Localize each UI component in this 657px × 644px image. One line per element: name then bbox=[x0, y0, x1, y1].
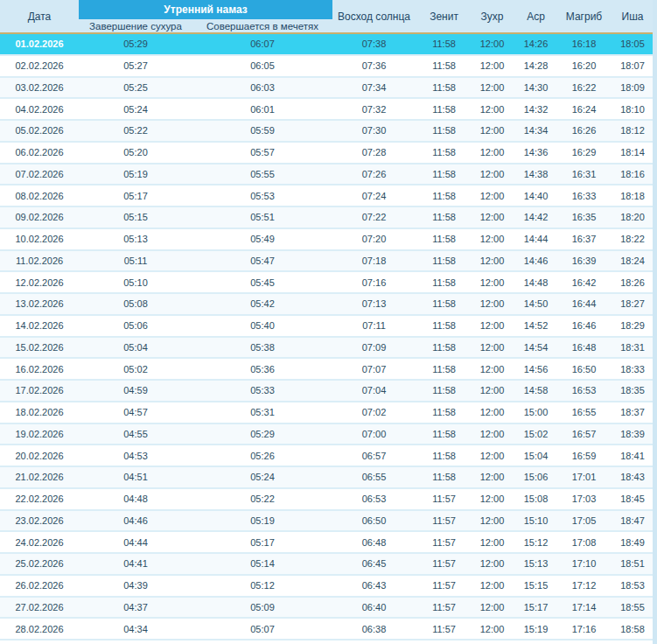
cell-zuhr: 12:00 bbox=[472, 444, 512, 466]
right-edge-strip bbox=[653, 0, 657, 644]
cell-zuhr: 12:00 bbox=[472, 510, 512, 532]
cell-isha: 18:16 bbox=[608, 164, 657, 186]
cell-sunrise: 07:24 bbox=[332, 185, 416, 206]
cell-asr: 14:36 bbox=[512, 142, 560, 164]
cell-asr: 14:42 bbox=[512, 206, 560, 228]
cell-maghrib: 17:10 bbox=[560, 553, 608, 575]
cell-sunrise: 07:16 bbox=[332, 271, 416, 293]
table-row[interactable]: 21.02.2026 04:51 05:24 06:55 11:58 12:00… bbox=[0, 466, 657, 488]
table-row[interactable]: 03.02.2026 05:25 06:03 07:34 11:58 12:00… bbox=[0, 77, 657, 99]
table-row[interactable]: 13.02.2026 05:08 05:42 07:13 11:58 12:00… bbox=[0, 293, 657, 315]
cell-maghrib: 16:20 bbox=[560, 55, 608, 77]
table-row[interactable]: 27.02.2026 04:37 05:09 06:40 11:57 12:00… bbox=[0, 597, 657, 619]
table-row[interactable]: 22.02.2026 04:48 05:22 06:53 11:57 12:00… bbox=[0, 488, 657, 510]
table-row[interactable]: 08.02.2026 05:17 05:53 07:24 11:58 12:00… bbox=[0, 185, 657, 206]
table-row[interactable]: 17.02.2026 04:59 05:33 07:04 11:58 12:00… bbox=[0, 380, 657, 402]
cell-zenith: 11:57 bbox=[416, 531, 472, 553]
cell-sunrise: 06:50 bbox=[332, 510, 416, 532]
cell-suhoor-end: 05:08 bbox=[79, 293, 192, 315]
table-row[interactable]: 04.02.2026 05:24 06:01 07:32 11:58 12:00… bbox=[0, 98, 657, 120]
cell-isha: 18:33 bbox=[608, 358, 657, 380]
cell-mosque-time: 05:24 bbox=[192, 466, 332, 488]
cell-asr: 15:06 bbox=[512, 466, 560, 488]
table-row[interactable]: 10.02.2026 05:13 05:49 07:20 11:58 12:00… bbox=[0, 228, 657, 250]
col-header-sunrise: Восход солнца bbox=[332, 0, 416, 33]
cell-suhoor-end: 05:04 bbox=[79, 337, 192, 359]
cell-asr: 15:13 bbox=[512, 553, 560, 575]
prayer-times-table: Дата Утренний намаз Восход солнца Зенит … bbox=[0, 0, 657, 640]
cell-date: 06.02.2026 bbox=[0, 142, 79, 164]
cell-isha: 18:39 bbox=[608, 424, 657, 445]
cell-maghrib: 16:53 bbox=[560, 380, 608, 402]
table-row[interactable]: 15.02.2026 05:04 05:38 07:09 11:58 12:00… bbox=[0, 337, 657, 359]
cell-asr: 15:12 bbox=[512, 531, 560, 553]
cell-suhoor-end: 04:48 bbox=[79, 488, 192, 510]
cell-zenith: 11:57 bbox=[416, 575, 472, 597]
cell-date: 01.02.2026 bbox=[0, 33, 79, 55]
table-row[interactable]: 01.02.2026 05:29 06:07 07:38 11:58 12:00… bbox=[0, 33, 657, 55]
table-row[interactable]: 28.02.2026 04:34 05:07 06:38 11:57 12:00… bbox=[0, 618, 657, 640]
cell-mosque-time: 06:05 bbox=[192, 55, 332, 77]
table-row[interactable]: 11.02.2026 05:11 05:47 07:18 11:58 12:00… bbox=[0, 250, 657, 272]
cell-maghrib: 16:33 bbox=[560, 185, 608, 206]
table-row[interactable]: 16.02.2026 05:02 05:36 07:07 11:58 12:00… bbox=[0, 358, 657, 380]
col-header-zuhr: Зухр bbox=[472, 0, 512, 33]
table-row[interactable]: 18.02.2026 04:57 05:31 07:02 11:58 12:00… bbox=[0, 402, 657, 424]
cell-mosque-time: 05:59 bbox=[192, 120, 332, 142]
cell-suhoor-end: 05:25 bbox=[79, 77, 192, 99]
cell-sunrise: 07:04 bbox=[332, 380, 416, 402]
cell-maghrib: 17:12 bbox=[560, 575, 608, 597]
cell-asr: 14:52 bbox=[512, 315, 560, 337]
cell-zuhr: 12:00 bbox=[472, 402, 512, 424]
cell-date: 03.02.2026 bbox=[0, 77, 79, 99]
cell-date: 08.02.2026 bbox=[0, 185, 79, 206]
cell-sunrise: 06:40 bbox=[332, 597, 416, 619]
cell-asr: 15:08 bbox=[512, 488, 560, 510]
cell-date: 20.02.2026 bbox=[0, 444, 79, 466]
cell-date: 23.02.2026 bbox=[0, 510, 79, 532]
cell-suhoor-end: 05:02 bbox=[79, 358, 192, 380]
cell-isha: 18:31 bbox=[608, 337, 657, 359]
table-row[interactable]: 02.02.2026 05:27 06:05 07:36 11:58 12:00… bbox=[0, 55, 657, 77]
cell-asr: 15:17 bbox=[512, 597, 560, 619]
cell-mosque-time: 05:22 bbox=[192, 488, 332, 510]
table-row[interactable]: 12.02.2026 05:10 05:45 07:16 11:58 12:00… bbox=[0, 271, 657, 293]
cell-zuhr: 12:00 bbox=[472, 293, 512, 315]
table-row[interactable]: 19.02.2026 04:55 05:29 07:00 11:58 12:00… bbox=[0, 424, 657, 445]
col-header-date: Дата bbox=[0, 0, 79, 33]
cell-zuhr: 12:00 bbox=[472, 271, 512, 293]
table-row[interactable]: 06.02.2026 05:20 05:57 07:28 11:58 12:00… bbox=[0, 142, 657, 164]
cell-mosque-time: 05:40 bbox=[192, 315, 332, 337]
table-row[interactable]: 09.02.2026 05:15 05:51 07:22 11:58 12:00… bbox=[0, 206, 657, 228]
cell-isha: 18:47 bbox=[608, 510, 657, 532]
table-row[interactable]: 14.02.2026 05:06 05:40 07:11 11:58 12:00… bbox=[0, 315, 657, 337]
cell-zenith: 11:57 bbox=[416, 488, 472, 510]
cell-maghrib: 16:24 bbox=[560, 98, 608, 120]
cell-isha: 18:58 bbox=[608, 618, 657, 640]
cell-suhoor-end: 04:39 bbox=[79, 575, 192, 597]
table-row[interactable]: 05.02.2026 05:22 05:59 07:30 11:58 12:00… bbox=[0, 120, 657, 142]
cell-sunrise: 07:34 bbox=[332, 77, 416, 99]
table-row[interactable]: 23.02.2026 04:46 05:19 06:50 11:57 12:00… bbox=[0, 510, 657, 532]
cell-maghrib: 16:42 bbox=[560, 271, 608, 293]
table-row[interactable]: 20.02.2026 04:53 05:26 06:57 11:58 12:00… bbox=[0, 444, 657, 466]
cell-zenith: 11:58 bbox=[416, 55, 472, 77]
table-row[interactable]: 25.02.2026 04:41 05:14 06:45 11:57 12:00… bbox=[0, 553, 657, 575]
cell-date: 15.02.2026 bbox=[0, 337, 79, 359]
cell-isha: 18:49 bbox=[608, 531, 657, 553]
cell-mosque-time: 05:38 bbox=[192, 337, 332, 359]
cell-asr: 14:26 bbox=[512, 33, 560, 55]
cell-date: 21.02.2026 bbox=[0, 466, 79, 488]
cell-zenith: 11:58 bbox=[416, 98, 472, 120]
table-row[interactable]: 07.02.2026 05:19 05:55 07:26 11:58 12:00… bbox=[0, 164, 657, 186]
cell-zuhr: 12:00 bbox=[472, 488, 512, 510]
table-row[interactable]: 26.02.2026 04:39 05:12 06:43 11:57 12:00… bbox=[0, 575, 657, 597]
cell-zenith: 11:57 bbox=[416, 618, 472, 640]
cell-mosque-time: 05:45 bbox=[192, 271, 332, 293]
cell-sunrise: 06:48 bbox=[332, 531, 416, 553]
cell-zuhr: 12:00 bbox=[472, 315, 512, 337]
col-header-zenith: Зенит bbox=[416, 0, 472, 33]
table-row[interactable]: 24.02.2026 04:44 05:17 06:48 11:57 12:00… bbox=[0, 531, 657, 553]
cell-mosque-time: 05:31 bbox=[192, 402, 332, 424]
cell-maghrib: 16:39 bbox=[560, 250, 608, 272]
